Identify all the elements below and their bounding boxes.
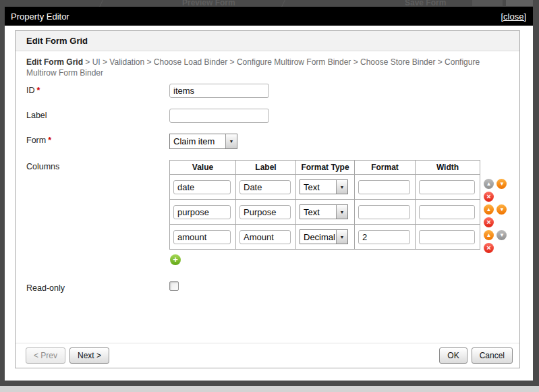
required-asterisk: *: [37, 86, 40, 95]
dialog-titlebar: Property Editor [close]: [5, 7, 533, 26]
header-width: Width: [416, 161, 480, 175]
table-row: Text ▼: [170, 175, 480, 200]
field-row-label: Label: [26, 109, 509, 123]
id-input[interactable]: [169, 84, 269, 98]
header-format-type: Format Type: [296, 161, 355, 175]
row-2-up-icon[interactable]: ▲: [484, 230, 494, 240]
breadcrumb-rest: > UI > Validation > Choose Load Binder >…: [26, 57, 480, 78]
row-1-label-input[interactable]: [239, 205, 291, 219]
row-2-value-input[interactable]: [173, 230, 231, 244]
page-background: Preview Form Save Form Property Editor […: [0, 0, 539, 392]
chevron-down-icon: ▼: [336, 180, 347, 194]
row-1-value-input[interactable]: [173, 205, 231, 219]
row-0-format-input[interactable]: [358, 180, 410, 194]
chevron-down-icon: ▼: [336, 205, 347, 219]
next-button[interactable]: Next >: [69, 347, 109, 364]
background-tab: [472, 0, 503, 6]
dialog-title: Property Editor: [11, 11, 69, 22]
field-row-form: Form* Claim item ▼: [26, 134, 509, 149]
row-1-up-icon[interactable]: ▲: [484, 204, 494, 215]
form-select[interactable]: Claim item ▼: [169, 134, 237, 149]
row-0-value-input[interactable]: [173, 180, 231, 194]
field-row-columns: Columns Value Label Format Type Format W…: [26, 160, 509, 267]
cancel-button[interactable]: Cancel: [472, 347, 513, 364]
row-0-delete-icon[interactable]: ×: [484, 192, 494, 202]
id-label: ID*: [26, 84, 169, 95]
row-2-actions: ▲ ▼ ×: [484, 227, 511, 253]
table-row: Decimal ▼: [170, 225, 480, 250]
panel-heading: Edit Form Grid: [16, 31, 519, 51]
columns-table: Value Label Format Type Format Width: [169, 160, 480, 250]
field-row-readonly: Read-only: [26, 281, 509, 293]
header-label: Label: [236, 161, 296, 175]
row-1-format-type-select[interactable]: Text ▼: [300, 204, 348, 219]
row-0-format-type-select[interactable]: Text ▼: [300, 179, 348, 194]
columns-grid: Value Label Format Type Format Width: [169, 160, 480, 267]
prev-button: < Prev: [26, 347, 65, 364]
add-row-icon[interactable]: +: [170, 254, 181, 265]
columns-header-row: Value Label Format Type Format Width: [170, 161, 480, 175]
close-link[interactable]: [close]: [501, 11, 526, 22]
table-row: Text ▼: [170, 200, 480, 225]
header-value: Value: [170, 161, 236, 175]
row-2-width-input[interactable]: [419, 230, 475, 244]
background-bottom-band: [0, 386, 539, 392]
required-asterisk: *: [48, 136, 51, 145]
row-0-width-input[interactable]: [419, 180, 475, 194]
row-1-width-input[interactable]: [419, 205, 475, 219]
row-1-delete-icon[interactable]: ×: [484, 217, 494, 227]
header-format: Format: [355, 161, 416, 175]
background-tab: [506, 0, 533, 6]
row-2-delete-icon[interactable]: ×: [484, 243, 494, 253]
row-0-actions: ▲ ▼ ×: [484, 176, 511, 202]
ok-button[interactable]: OK: [439, 347, 467, 364]
wizard-footer: < Prev Next > OK Cancel: [16, 343, 519, 368]
readonly-label: Read-only: [26, 281, 169, 293]
row-2-label-input[interactable]: [239, 230, 291, 244]
readonly-checkbox[interactable]: [169, 281, 179, 291]
property-editor-panel: Edit Form Grid Edit Form Grid > UI > Val…: [15, 30, 520, 368]
breadcrumb: Edit Form Grid > UI > Validation > Choos…: [26, 57, 508, 78]
property-editor-dialog: Property Editor [close] Edit Form Grid E…: [5, 7, 533, 381]
row-1-actions: ▲ ▼ ×: [484, 202, 511, 227]
row-0-down-icon[interactable]: ▼: [497, 179, 507, 189]
chevron-down-icon: ▼: [225, 134, 237, 148]
row-0-label-input[interactable]: [239, 180, 291, 194]
label-label: Label: [26, 109, 169, 120]
row-2-down-icon: ▼: [497, 230, 507, 240]
label-input[interactable]: [169, 109, 269, 123]
row-2-format-type-select[interactable]: Decimal ▼: [300, 229, 348, 244]
row-2-format-input[interactable]: [358, 230, 410, 244]
form-select-value: Claim item: [170, 134, 225, 148]
row-0-up-icon: ▲: [484, 179, 494, 189]
columns-label: Columns: [26, 160, 169, 171]
chevron-down-icon: ▼: [336, 230, 347, 244]
row-1-format-input[interactable]: [358, 205, 410, 219]
breadcrumb-current-step: Edit Form Grid: [26, 57, 83, 67]
form-label: Form*: [26, 134, 169, 145]
field-row-id: ID*: [26, 84, 509, 98]
row-1-down-icon[interactable]: ▼: [497, 204, 507, 215]
